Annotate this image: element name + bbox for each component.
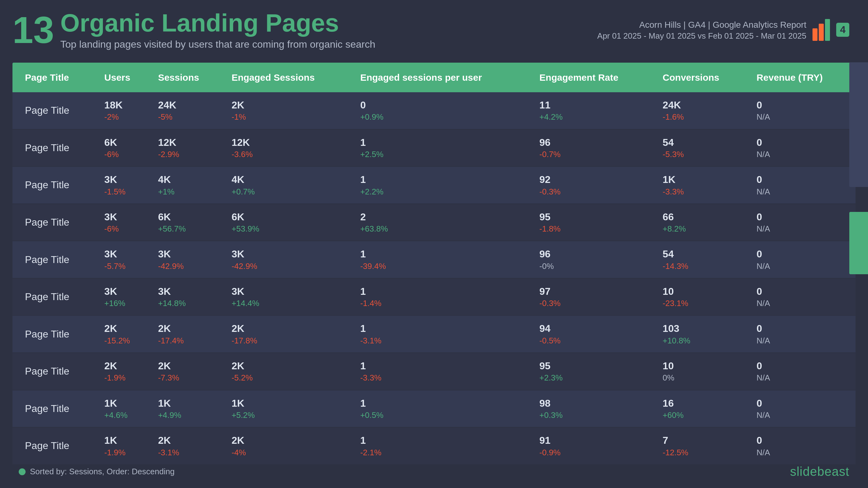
cell-change: -0.3% <box>539 298 648 308</box>
cell-change: +4.9% <box>158 411 217 420</box>
cell-change: -6% <box>104 224 143 234</box>
subtitle: Top landing pages visited by users that … <box>60 39 375 50</box>
cell-change: -3.3% <box>662 187 741 197</box>
cell-change: -5.3% <box>662 150 741 159</box>
table-cell: 6K+56.7% <box>151 204 224 241</box>
table-cell: 3K-5.7% <box>97 241 151 278</box>
table-cell: 24K-5% <box>151 92 224 129</box>
cell-change: +53.9% <box>231 224 345 234</box>
cell-page-title: Page Title <box>12 129 97 167</box>
cell-change: -1.9% <box>104 373 143 383</box>
table-cell: 1K-3.3% <box>655 166 749 204</box>
table-cell: 0N/A <box>749 241 856 278</box>
cell-page-title: Page Title <box>12 241 97 278</box>
cell-value: 0 <box>757 323 848 334</box>
table-cell: 2K-15.2% <box>97 315 151 353</box>
table-row: Page Title2K-1.9%2K-7.3%2K-5.2%1-3.3%95+… <box>12 353 856 390</box>
table-cell: 3K-1.5% <box>97 166 151 204</box>
cell-value: 0 <box>757 397 848 409</box>
cell-change: +5.2% <box>231 411 345 420</box>
cell-value: 103 <box>662 323 741 334</box>
cell-change: +0.7% <box>231 187 345 197</box>
cell-change: -2% <box>104 112 143 122</box>
col-sessions: Sessions <box>151 63 224 92</box>
cell-value: 2K <box>158 323 217 334</box>
cell-page-title: Page Title <box>12 278 97 316</box>
cell-value: 0 <box>757 360 848 372</box>
table-cell: 0+0.9% <box>352 92 532 129</box>
col-page-title: Page Title <box>12 63 97 92</box>
cell-value: 16 <box>662 397 741 409</box>
cell-change: -39.4% <box>360 261 524 271</box>
table-cell: 54-5.3% <box>655 129 749 167</box>
cell-value: 97 <box>539 286 648 297</box>
cell-value: 7 <box>662 434 741 446</box>
table-cell: 1-39.4% <box>352 241 532 278</box>
header-left: 13 Organic Landing Pages Top landing pag… <box>12 9 375 50</box>
bar1-icon <box>812 28 817 41</box>
table-cell: 4K+0.7% <box>224 166 353 204</box>
cell-value: 95 <box>539 360 648 372</box>
cell-value: 12K <box>231 136 345 148</box>
cell-change: -42.9% <box>231 261 345 271</box>
bar2-icon <box>819 24 824 41</box>
cell-change: -0.9% <box>539 448 648 457</box>
col-users: Users <box>97 63 151 92</box>
cell-value: 0 <box>360 99 524 111</box>
table-cell: 3K-6% <box>97 204 151 241</box>
cell-value: 6K <box>231 211 345 223</box>
table-row: Page Title1K-1.9%2K-3.1%2K-4%1-2.1%91-0.… <box>12 427 856 465</box>
cell-value: 95 <box>539 211 648 223</box>
table-cell: 1K+4.6% <box>97 390 151 427</box>
table-cell: 1+2.2% <box>352 166 532 204</box>
cell-value: 2K <box>158 360 217 372</box>
cell-change: -7.3% <box>158 373 217 383</box>
table-cell: 1K-1.9% <box>97 427 151 465</box>
cell-value: 2 <box>360 211 524 223</box>
table-cell: 97-0.3% <box>532 278 655 316</box>
table-cell: 3K+16% <box>97 278 151 316</box>
right-deco <box>849 62 868 187</box>
table-row: Page Title3K+16%3K+14.8%3K+14.4%1-1.4%97… <box>12 278 856 316</box>
cell-change: -1.5% <box>104 187 143 197</box>
table-cell: 1-3.1% <box>352 315 532 353</box>
cell-change: -3.1% <box>158 448 217 457</box>
cell-change: +2.2% <box>360 187 524 197</box>
table-cell: 1-2.1% <box>352 427 532 465</box>
cell-value: 2K <box>104 323 143 334</box>
cell-change: 0% <box>662 373 741 383</box>
table-cell: 66+8.2% <box>655 204 749 241</box>
col-engaged-sessions: Engaged Sessions <box>224 63 353 92</box>
table-header-row: Page Title Users Sessions Engaged Sessio… <box>12 63 856 92</box>
cell-value: 12K <box>158 136 217 148</box>
table-container: Page Title Users Sessions Engaged Sessio… <box>12 63 856 465</box>
cell-value: 1 <box>360 323 524 334</box>
table-cell: 2K-5.2% <box>224 353 353 390</box>
cell-change: +4.2% <box>539 112 648 122</box>
cell-value: 0 <box>757 434 848 446</box>
table-cell: 1-1.4% <box>352 278 532 316</box>
main-title: Organic Landing Pages <box>60 9 375 37</box>
table-cell: 0N/A <box>749 278 856 316</box>
cell-change: -2.1% <box>360 448 524 457</box>
cell-change: +14.4% <box>231 298 345 308</box>
cell-value: 1K <box>231 397 345 409</box>
right-deco2 <box>849 212 868 274</box>
cell-change: -3.1% <box>360 336 524 346</box>
table-cell: 12K-2.9% <box>151 129 224 167</box>
table-cell: 1K+4.9% <box>151 390 224 427</box>
page-badge: 4 <box>836 23 849 37</box>
table-cell: 96-0% <box>532 241 655 278</box>
cell-change: +0.5% <box>360 411 524 420</box>
cell-page-title: Page Title <box>12 315 97 353</box>
cell-change: N/A <box>757 298 848 308</box>
table-cell: 24K-1.6% <box>655 92 749 129</box>
table-cell: 2K-1.9% <box>97 353 151 390</box>
table-cell: 0N/A <box>749 166 856 204</box>
cell-value: 1K <box>104 397 143 409</box>
cell-change: N/A <box>757 112 848 122</box>
col-conversions: Conversions <box>655 63 749 92</box>
cell-change: N/A <box>757 261 848 271</box>
brand-name: slidebeast <box>790 465 849 479</box>
table-row: Page Title2K-15.2%2K-17.4%2K-17.8%1-3.1%… <box>12 315 856 353</box>
